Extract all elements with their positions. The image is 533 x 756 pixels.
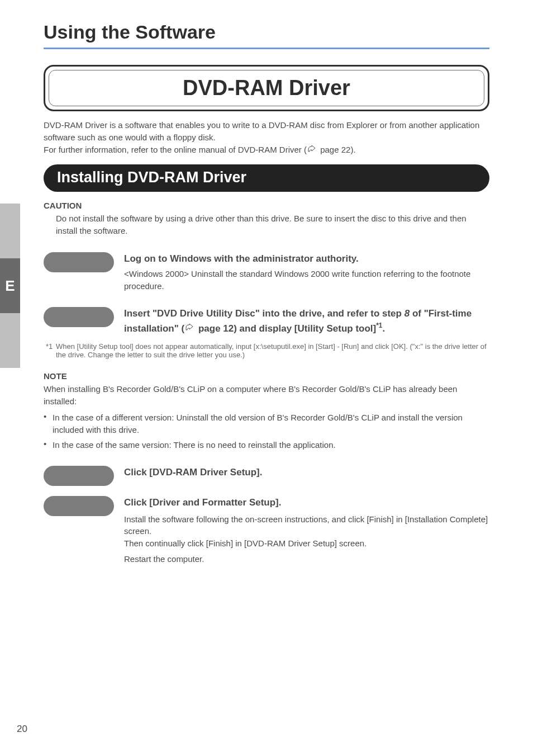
- bullet-1-text: In the case of a different version: Unin…: [53, 412, 489, 436]
- step-1-body: Log on to Windows with the administrator…: [124, 252, 489, 292]
- intro-part1: DVD-RAM Driver is a software that enable…: [44, 120, 261, 130]
- step-4: Click [Driver and Formatter Setup]. Inst…: [44, 496, 489, 565]
- step-4-badge: [44, 496, 114, 516]
- bullet-1: • In the case of a different version: Un…: [44, 412, 489, 436]
- step-1-badge: [44, 252, 114, 272]
- page-number: 20: [17, 724, 27, 735]
- caution-block: CAUTION Do not install the software by u…: [44, 200, 489, 238]
- step-2-a: Insert "DVD Drive Utility Disc" into the…: [124, 308, 404, 319]
- intro-part5: page 22).: [318, 145, 356, 154]
- intro-part4: For further information, refer to the on…: [44, 145, 307, 154]
- pointer-icon: [184, 323, 196, 337]
- step-4-line1: Click [Driver and Formatter Setup].: [124, 496, 489, 510]
- note-heading: NOTE: [44, 371, 489, 381]
- footnote-text: When [Utility Setup tool] does not appea…: [56, 342, 489, 359]
- side-tab-e-label: E: [5, 277, 15, 295]
- intro-paragraph: DVD-RAM Driver is a software that enable…: [44, 119, 489, 157]
- section-heading: Installing DVD-RAM Driver: [44, 164, 489, 192]
- caution-body: Do not install the software by using a d…: [56, 212, 489, 238]
- step-1: Log on to Windows with the administrator…: [44, 252, 489, 292]
- page-heading: Using the Software: [44, 21, 489, 43]
- side-tab-e: E: [0, 258, 20, 313]
- bullet-dot: •: [44, 439, 53, 451]
- intro-emphasis: a DVD-RAM disc: [261, 120, 325, 130]
- side-tab-lower: [0, 313, 20, 368]
- step-2: Insert "DVD Drive Utility Disc" into the…: [44, 307, 489, 337]
- pointer-icon: [307, 145, 318, 157]
- title-box: DVD-RAM Driver: [44, 65, 489, 111]
- step-4-line4: Restart the computer.: [124, 553, 489, 565]
- step-2-d: page 12) and display [Utility Setup tool…: [196, 323, 376, 333]
- title-inner: DVD-RAM Driver: [49, 70, 484, 106]
- step-2-badge: [44, 307, 114, 327]
- step-4-line3: Then continually click [Finish] in [DVD-…: [124, 537, 489, 550]
- side-tabs: E: [0, 204, 20, 368]
- step-1-line1: Log on to Windows with the administrator…: [124, 253, 359, 264]
- heading-rule: [44, 48, 489, 49]
- note-body: When installing B's Recorder Gold/B's CL…: [44, 383, 489, 408]
- step-4-line2: Install the software following the on-sc…: [124, 513, 489, 538]
- side-tab-upper: [0, 204, 20, 258]
- step-2-e: *1: [376, 322, 382, 329]
- step-3: Click [DVD-RAM Driver Setup].: [44, 466, 489, 486]
- step-3-body: Click [DVD-RAM Driver Setup].: [124, 466, 262, 480]
- bullet-2: • In the case of the same version: There…: [44, 439, 489, 451]
- title-text: DVD-RAM Driver: [183, 76, 350, 100]
- step-1-note: <Windows 2000> Uninstall the standard Wi…: [124, 268, 489, 292]
- step-2-f: .: [382, 323, 385, 333]
- step-4-body: Click [Driver and Formatter Setup]. Inst…: [124, 496, 489, 565]
- footnote-mark: *1: [46, 342, 56, 359]
- bullet-dot: •: [44, 412, 53, 436]
- step-2-body: Insert "DVD Drive Utility Disc" into the…: [124, 307, 489, 337]
- footnote-1: *1 When [Utility Setup tool] does not ap…: [46, 342, 489, 359]
- caution-title: CAUTION: [44, 200, 489, 212]
- step-3-badge: [44, 466, 114, 486]
- bullet-2-text: In the case of the same version: There i…: [53, 439, 336, 451]
- step-2-b: 8: [404, 308, 410, 319]
